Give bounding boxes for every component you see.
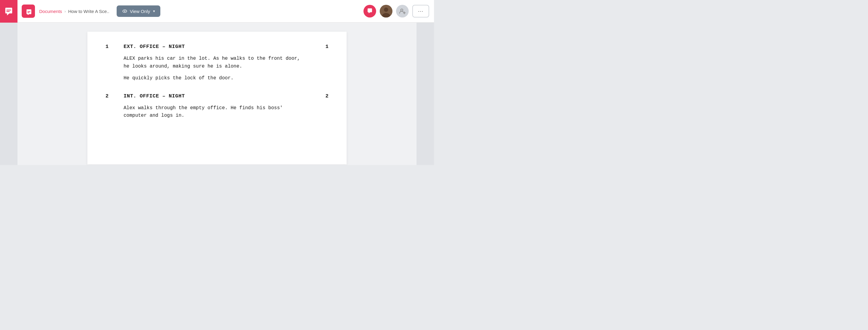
scene-2: 2 INT. OFFICE – NIGHT 2 Alex walks throu… bbox=[105, 93, 329, 120]
scene-2-number-left: 2 bbox=[105, 93, 112, 99]
scene-1-para-1: ALEX parks his car in the lot. As he wal… bbox=[124, 55, 329, 70]
document-area: 1 EXT. OFFICE – NIGHT 1 ALEX parks his c… bbox=[18, 23, 416, 165]
scene-1-left: 1 EXT. OFFICE – NIGHT bbox=[105, 44, 185, 50]
breadcrumb-documents-link[interactable]: Documents bbox=[39, 9, 62, 14]
svg-point-8 bbox=[384, 7, 388, 12]
chevron-down-icon: ▾ bbox=[153, 9, 155, 13]
eye-icon bbox=[122, 8, 127, 14]
more-options-button[interactable]: ··· bbox=[412, 5, 429, 18]
chat-icon bbox=[367, 8, 373, 14]
scene-2-number-right: 2 bbox=[326, 93, 329, 99]
scene-1-title: EXT. OFFICE – NIGHT bbox=[124, 44, 185, 50]
scene-1: 1 EXT. OFFICE – NIGHT 1 ALEX parks his c… bbox=[105, 44, 329, 82]
more-options-label: ··· bbox=[418, 8, 424, 14]
scene-1-number-left: 1 bbox=[105, 44, 112, 50]
scene-1-number-right: 1 bbox=[326, 44, 329, 50]
breadcrumb: Documents › How to Write A Sce.. bbox=[39, 9, 110, 14]
script-page: 1 EXT. OFFICE – NIGHT 1 ALEX parks his c… bbox=[87, 32, 347, 164]
scene-2-title: INT. OFFICE – NIGHT bbox=[124, 93, 185, 99]
document-icon bbox=[25, 7, 32, 15]
add-user-button[interactable] bbox=[396, 5, 409, 18]
nav-doc-icon[interactable] bbox=[22, 4, 35, 18]
navbar: Documents › How to Write A Sce.. View On… bbox=[0, 0, 434, 23]
view-only-label: View Only bbox=[130, 9, 150, 14]
scene-1-header: 1 EXT. OFFICE – NIGHT 1 bbox=[105, 44, 329, 50]
main-content: 1 EXT. OFFICE – NIGHT 1 ALEX parks his c… bbox=[0, 23, 434, 165]
nav-right: ··· bbox=[364, 5, 429, 18]
view-only-button[interactable]: View Only ▾ bbox=[117, 5, 160, 17]
scene-1-para-2: He quickly picks the lock of the door. bbox=[124, 74, 329, 82]
logo-icon bbox=[3, 5, 14, 17]
avatar-image bbox=[380, 5, 393, 18]
logo-area bbox=[0, 0, 18, 23]
scene-1-action: ALEX parks his car in the lot. As he wal… bbox=[124, 55, 329, 82]
chat-button[interactable] bbox=[364, 5, 376, 18]
breadcrumb-separator: › bbox=[64, 9, 66, 13]
breadcrumb-current-doc: How to Write A Sce.. bbox=[68, 9, 109, 14]
user-avatar[interactable] bbox=[380, 5, 393, 18]
scene-2-header: 2 INT. OFFICE – NIGHT 2 bbox=[105, 93, 329, 99]
scene-2-left: 2 INT. OFFICE – NIGHT bbox=[105, 93, 185, 99]
right-sidebar bbox=[416, 23, 434, 165]
add-user-icon bbox=[399, 8, 406, 14]
left-sidebar bbox=[0, 23, 18, 165]
svg-point-6 bbox=[124, 10, 125, 12]
scene-2-para-1: Alex walks through the empty office. He … bbox=[124, 104, 329, 120]
scene-2-action: Alex walks through the empty office. He … bbox=[124, 104, 329, 120]
svg-point-10 bbox=[401, 9, 403, 11]
